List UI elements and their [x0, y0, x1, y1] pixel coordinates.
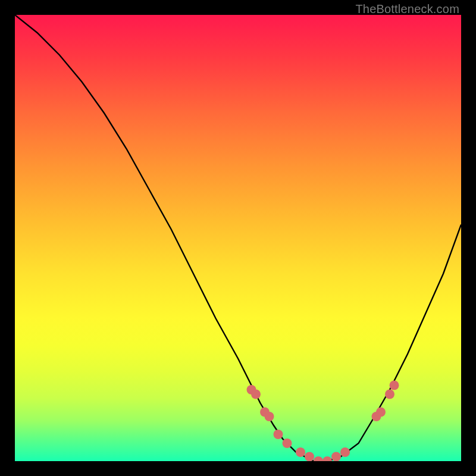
bottleneck-marker — [322, 456, 332, 461]
bottleneck-marker — [296, 447, 305, 457]
bottleneck-marker — [283, 439, 292, 448]
bottleneck-marker — [331, 452, 341, 462]
bottleneck-marker — [376, 408, 386, 417]
bottleneck-marker — [340, 447, 350, 457]
bottleneck-marker — [390, 381, 399, 390]
bottleneck-marker — [265, 412, 274, 421]
bottleneck-markers — [247, 381, 399, 462]
chart-frame: TheBottleneck.com — [0, 0, 476, 476]
bottleneck-marker — [305, 452, 314, 462]
bottleneck-marker — [314, 456, 323, 461]
bottleneck-marker — [251, 390, 261, 399]
bottleneck-marker — [274, 430, 283, 439]
watermark-text: TheBottleneck.com — [355, 2, 459, 16]
chart-svg — [15, 15, 461, 461]
plot-area — [15, 15, 461, 461]
bottleneck-marker — [385, 390, 394, 399]
